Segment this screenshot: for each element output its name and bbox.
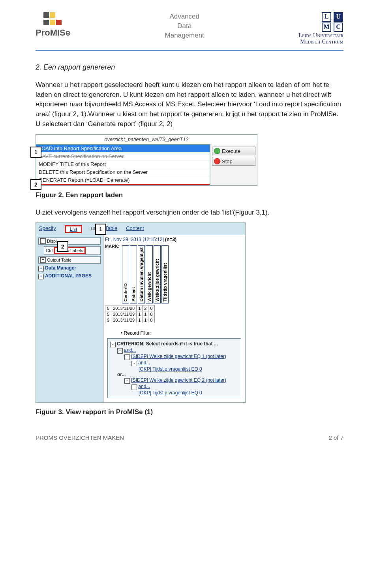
promise-logo: ProMISe bbox=[36, 12, 70, 38]
promise-wordmark: ProMISe bbox=[36, 28, 70, 38]
record-filter-label: Record Filter bbox=[121, 330, 244, 336]
additional-pages[interactable]: ADDITIONAL PAGES bbox=[45, 273, 92, 279]
left-panel: -Displ Ctrl Codes:Labels +Output Table +… bbox=[36, 235, 103, 402]
page-header: ProMISe Advanced Data Management L U M C… bbox=[36, 12, 343, 51]
report-timestamp: Fri, Nov 29, 2013 [12:15:12] (n=3) bbox=[105, 237, 176, 242]
footer-right: 2 of 7 bbox=[328, 434, 343, 441]
col-zijde: Welke zijde gewricht bbox=[154, 245, 161, 303]
stop-button[interactable]: Stop bbox=[212, 157, 255, 166]
col-gewricht: Welk gewricht bbox=[146, 245, 153, 303]
table-row: 52013/11/29110 bbox=[105, 311, 155, 317]
menu-modify-title[interactable]: MODIFY TITLE of this Report bbox=[36, 160, 210, 168]
menu-delete-spec[interactable]: DELETE this Report Specification on the … bbox=[36, 168, 210, 176]
table-row: 92013/11/29110 bbox=[105, 317, 155, 323]
figure-2: 1 2 overzicht_patienten_welT3_geenT12 LO… bbox=[36, 134, 257, 186]
report-view: Fri, Nov 29, 2013 [12:15:12] (n=3) MARK:… bbox=[103, 235, 245, 402]
callout-2: 2 bbox=[30, 179, 41, 190]
section-heading: 2. Een rapport genereren bbox=[36, 63, 343, 72]
col-patient: Patient bbox=[130, 245, 137, 303]
mark-label: MARK: bbox=[105, 244, 120, 249]
data-table: 52013/11/28120 52013/11/29110 92013/11/2… bbox=[105, 305, 155, 323]
callout-2: 2 bbox=[57, 241, 68, 252]
paragraph-2: U ziet vervolgens vanzelf het rapport ve… bbox=[36, 208, 343, 218]
figure-2-caption: Figuur 2. Een rapport laden bbox=[36, 191, 343, 199]
figure-3: 1 2 Specify List us Table Content -Displ… bbox=[36, 222, 246, 403]
col-tijdstip: Tijdstip vragenlijst bbox=[161, 245, 169, 303]
tab-list[interactable]: List bbox=[65, 225, 83, 233]
figure-3-caption: Figuur 3. View rapport in ProMISe (1) bbox=[36, 408, 343, 416]
report-name: overzicht_patienten_welT3_geenT12 bbox=[36, 135, 257, 144]
stop-icon bbox=[214, 158, 220, 164]
menu-generate-report[interactable]: GENERATE Report (=LOAD+Generate) bbox=[36, 176, 210, 185]
tab-bar: Specify List us Table Content bbox=[36, 223, 245, 235]
ctrl-row[interactable]: Ctrl Codes:Labels bbox=[44, 246, 101, 255]
display-options[interactable]: -Displ bbox=[38, 237, 101, 245]
lumc-logo: L U M C Leids Universitair Medisch Centr… bbox=[298, 12, 343, 45]
output-table[interactable]: +Output Table bbox=[38, 256, 101, 264]
tab-specify[interactable]: Specify bbox=[39, 225, 56, 233]
footer-left: PROMS OVERZICHTEN MAKEN bbox=[36, 434, 124, 441]
page-footer: PROMS OVERZICHTEN MAKEN 2 of 7 bbox=[36, 434, 343, 441]
col-datum: Datum invullen vragenlijst bbox=[138, 245, 145, 303]
data-manager[interactable]: Data Manager bbox=[45, 265, 76, 271]
criterion-box: - CRITERION: Select records if it is tru… bbox=[107, 338, 241, 398]
callout-1: 1 bbox=[95, 224, 106, 235]
tab-content[interactable]: Content bbox=[126, 225, 144, 233]
header-center-text: Advanced Data Management bbox=[165, 12, 204, 40]
table-row: 52013/11/28120 bbox=[105, 305, 155, 311]
execute-icon bbox=[214, 148, 220, 154]
col-centerid: CenterID bbox=[122, 245, 129, 303]
tab-table[interactable]: Table bbox=[105, 225, 117, 233]
callout-1: 1 bbox=[30, 147, 41, 158]
paragraph-1: Wanneer u het rapport geselecteerd heeft… bbox=[36, 80, 343, 129]
context-menu: LOAD into Report Specification Area SAVE… bbox=[36, 144, 210, 185]
menu-load-spec[interactable]: LOAD into Report Specification Area bbox=[36, 145, 210, 153]
column-headers: CenterID Patient Datum invullen vragenli… bbox=[122, 245, 169, 303]
menu-save-spec[interactable]: SAVE current Specification on Server bbox=[36, 153, 210, 160]
execute-button[interactable]: Execute bbox=[212, 147, 255, 155]
